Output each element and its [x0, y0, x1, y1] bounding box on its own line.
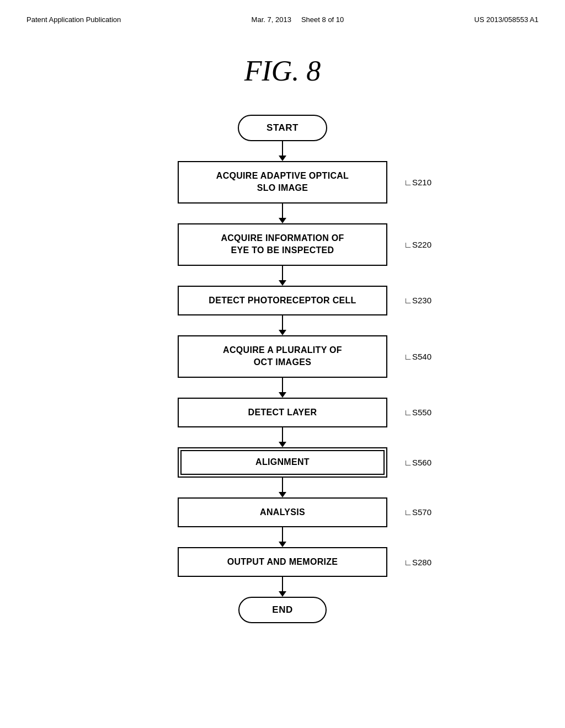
start-node: START — [238, 115, 327, 141]
arrow-head — [279, 280, 286, 286]
arrow-line — [282, 204, 283, 218]
arrow-start-to-s210 — [279, 141, 286, 161]
process-box-s280: OUTPUT AND MEMORIZE — [178, 547, 387, 577]
process-box-s560: ALIGNMENT — [178, 447, 387, 477]
step-s210: ACQUIRE ADAPTIVE OPTICALSLO IMAGE ∟S210 — [178, 161, 387, 204]
step-label-s550: ∟S550 — [404, 408, 431, 417]
step-s230: DETECT PHOTORECEPTOR CELL ∟S230 — [178, 286, 387, 315]
arrow-head — [279, 542, 286, 547]
arrow-s570-to-s280 — [279, 527, 286, 547]
arrow-line — [282, 266, 283, 280]
process-box-s230: DETECT PHOTORECEPTOR CELL — [178, 286, 387, 315]
arrow-line — [282, 378, 283, 392]
process-box-s550: DETECT LAYER — [178, 398, 387, 427]
arrow-line — [282, 427, 283, 442]
arrow-s550-to-s560 — [279, 427, 286, 447]
arrow-s560-to-s570 — [279, 478, 286, 497]
header-publication: Patent Application Publication — [26, 15, 121, 24]
arrow-line — [282, 315, 283, 330]
step-label-s540: ∟S540 — [404, 352, 431, 361]
end-oval: END — [238, 597, 327, 623]
start-oval: START — [238, 115, 327, 141]
arrow-s280-to-end — [279, 577, 286, 597]
arrow-head — [279, 392, 286, 398]
step-s560: ALIGNMENT ∟S560 — [178, 447, 387, 477]
flowchart: START ACQUIRE ADAPTIVE OPTICALSLO IMAGE … — [0, 115, 565, 656]
process-box-s210: ACQUIRE ADAPTIVE OPTICALSLO IMAGE — [178, 161, 387, 204]
step-label-s220: ∟S220 — [404, 240, 431, 249]
step-label-s210: ∟S210 — [404, 178, 431, 187]
arrow-line — [282, 478, 283, 492]
header-patent-number: US 2013/058553 A1 — [475, 15, 539, 24]
header-date: Mar. 7, 2013 — [252, 15, 291, 24]
header-sheet: Sheet 8 of 10 — [301, 15, 344, 24]
step-label-s570: ∟S570 — [404, 507, 431, 517]
arrow-line — [282, 527, 283, 542]
arrow-line — [282, 577, 283, 591]
arrow-head — [279, 492, 286, 497]
arrow-line — [282, 141, 283, 156]
arrow-s220-to-s230 — [279, 266, 286, 286]
process-box-s540: ACQUIRE A PLURALITY OFOCT IMAGES — [178, 335, 387, 378]
end-node: END — [238, 597, 327, 623]
arrow-head — [279, 156, 286, 161]
step-s570: ANALYSIS ∟S570 — [178, 497, 387, 527]
step-s280: OUTPUT AND MEMORIZE ∟S280 — [178, 547, 387, 577]
arrow-s540-to-s550 — [279, 378, 286, 398]
arrow-s210-to-s220 — [279, 204, 286, 223]
process-box-s220: ACQUIRE INFORMATION OFEYE TO BE INSPECTE… — [178, 223, 387, 266]
step-label-s230: ∟S230 — [404, 296, 431, 305]
figure-title: FIG. 8 — [0, 55, 565, 87]
header-date-sheet: Mar. 7, 2013 Sheet 8 of 10 — [252, 15, 344, 24]
step-label-s280: ∟S280 — [404, 558, 431, 567]
arrow-head — [279, 218, 286, 223]
arrow-head — [279, 330, 286, 335]
arrow-head — [279, 442, 286, 447]
arrow-s230-to-s540 — [279, 315, 286, 335]
page-header: Patent Application Publication Mar. 7, 2… — [0, 0, 565, 33]
process-box-s570: ANALYSIS — [178, 497, 387, 527]
step-label-s560: ∟S560 — [404, 458, 431, 467]
arrow-head — [279, 591, 286, 597]
step-s550: DETECT LAYER ∟S550 — [178, 398, 387, 427]
step-s540: ACQUIRE A PLURALITY OFOCT IMAGES ∟S540 — [178, 335, 387, 378]
step-s220: ACQUIRE INFORMATION OFEYE TO BE INSPECTE… — [178, 223, 387, 266]
